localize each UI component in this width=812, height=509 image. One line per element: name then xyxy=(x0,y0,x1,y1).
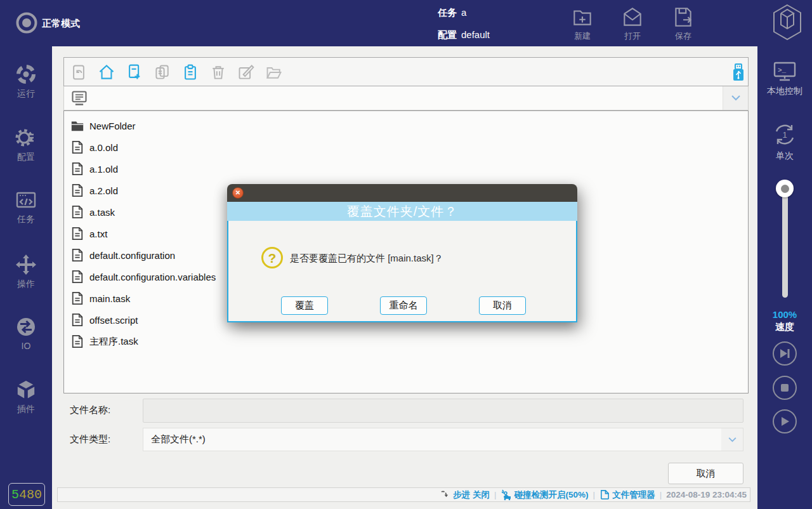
file-name: offset.script xyxy=(89,315,138,326)
file-name: a.2.old xyxy=(89,185,118,196)
file-name: default.configuration xyxy=(89,250,175,261)
file-manager-cancel-button[interactable]: 取消 xyxy=(668,463,743,484)
new-folder-plus-icon xyxy=(557,5,608,29)
brand-logo-icon xyxy=(771,3,803,41)
file-manager-icon xyxy=(599,489,610,500)
open-folder-button[interactable] xyxy=(265,63,284,82)
run-icon xyxy=(0,63,52,86)
sidebar-item-config[interactable]: 配置 xyxy=(0,126,52,163)
paste-button[interactable] xyxy=(181,63,200,82)
app-root: 正常模式 任务 a 配置 default 新建 打开 保存 xyxy=(0,0,812,509)
step-forward-button[interactable] xyxy=(773,341,797,366)
open-icon xyxy=(607,5,658,29)
file-icon xyxy=(70,313,84,327)
config-value: default xyxy=(461,29,490,40)
speed-slider-knob[interactable] xyxy=(776,180,794,197)
rename-button[interactable]: 重命名 xyxy=(380,296,427,315)
rename-button[interactable] xyxy=(237,63,256,82)
open-button[interactable]: 打开 xyxy=(607,4,658,42)
file-name: a.1.old xyxy=(89,164,118,175)
file-icon xyxy=(70,227,84,241)
gear-icon xyxy=(0,126,52,149)
file-icon xyxy=(70,140,84,154)
device-list-icon[interactable] xyxy=(70,89,88,107)
filename-input[interactable] xyxy=(143,399,743,423)
counter-rest: 480 xyxy=(19,487,42,502)
folder-icon xyxy=(70,119,84,133)
filename-label: 文件名称: xyxy=(70,404,110,416)
location-dropdown-button[interactable] xyxy=(723,86,748,110)
file-name: a.0.old xyxy=(89,142,118,153)
save-button[interactable]: 保存 xyxy=(658,4,709,42)
file-icon xyxy=(70,205,84,219)
file-icon xyxy=(70,270,84,284)
file-name: 主程序.task xyxy=(89,336,138,348)
new-button[interactable]: 新建 xyxy=(557,4,608,42)
filetype-value: 全部文件(*.*) xyxy=(143,433,206,446)
top-bar: 正常模式 任务 a 配置 default 新建 打开 保存 xyxy=(0,0,812,46)
new-file-button[interactable] xyxy=(125,63,144,82)
counter-prefix: 5 xyxy=(11,487,19,502)
list-item[interactable]: a.0.old xyxy=(64,136,748,158)
dialog-body: ? 是否要覆盖已有的文件 [main.task]？ 覆盖 重命名 取消 xyxy=(227,221,577,322)
sidebar-item-task[interactable]: 任务 xyxy=(0,188,52,225)
filetype-label: 文件类型: xyxy=(70,433,110,446)
file-name: a.task xyxy=(89,207,115,218)
mode-label: 正常模式 xyxy=(42,18,80,30)
file-name: NewFolder xyxy=(89,121,136,131)
open-label: 打开 xyxy=(607,30,658,42)
sidebar-item-io[interactable]: IO xyxy=(0,315,52,351)
dialog-message: 是否要覆盖已有的文件 [main.task]？ xyxy=(290,253,443,265)
play-button[interactable] xyxy=(773,409,797,433)
status-counter[interactable]: 5480 xyxy=(8,483,45,506)
home-button[interactable] xyxy=(97,63,116,82)
clock-timestamp: 2024-08-19 23:04:45 xyxy=(666,490,747,499)
move-arrows-icon xyxy=(0,253,52,276)
overwrite-button[interactable]: 覆盖 xyxy=(281,296,328,315)
file-manager-status: 文件管理器 xyxy=(599,489,655,501)
mode-status-icon xyxy=(15,11,38,34)
code-window-icon xyxy=(0,188,52,211)
close-icon[interactable]: ✕ xyxy=(232,187,244,199)
cancel-button[interactable]: 取消 xyxy=(479,296,526,315)
delete-button[interactable] xyxy=(209,63,228,82)
copy-button[interactable] xyxy=(153,63,172,82)
dialog-titlebar: ✕ xyxy=(227,184,577,202)
sidebar-item-local-control[interactable]: >_ 本地控制 xyxy=(757,59,812,97)
svg-text:>_: >_ xyxy=(778,67,787,74)
sidebar-item-run[interactable]: 运行 xyxy=(0,63,52,100)
file-name: main.task xyxy=(89,293,130,304)
speed-percent: 100% xyxy=(757,309,812,320)
separator: | xyxy=(494,490,497,499)
file-name: default.configuration.variables xyxy=(89,272,216,282)
new-label: 新建 xyxy=(557,30,608,42)
single-cycle-icon: 1 xyxy=(757,121,812,148)
operate-label: 操作 xyxy=(0,279,52,290)
file-icon xyxy=(70,291,84,305)
single-run-label: 单次 xyxy=(757,150,812,162)
back-button[interactable] xyxy=(69,63,88,82)
collision-status: 碰撞检测开启(50%) xyxy=(501,489,589,501)
filetype-select[interactable]: 全部文件(*.*) xyxy=(143,428,743,451)
stop-button[interactable] xyxy=(773,376,797,400)
save-label: 保存 xyxy=(658,30,709,42)
list-item[interactable]: a.1.old xyxy=(64,158,748,180)
sidebar-item-single-run[interactable]: 1 单次 xyxy=(757,121,812,162)
file-icon xyxy=(70,183,84,197)
usb-device-icon[interactable] xyxy=(729,63,748,82)
filetype-chevron-down-icon[interactable] xyxy=(721,428,743,451)
collision-robot-icon xyxy=(501,489,513,501)
plugin-label: 插件 xyxy=(0,404,52,415)
config-label: 配置 xyxy=(0,152,52,163)
file-toolbar xyxy=(63,57,749,86)
sidebar-item-operate[interactable]: 操作 xyxy=(0,253,52,290)
right-sidebar: >_ 本地控制 1 单次 100% 速度 xyxy=(757,46,812,509)
speed-slider-track[interactable] xyxy=(782,187,788,298)
sidebar-item-plugin[interactable]: 插件 xyxy=(0,378,52,415)
separator: | xyxy=(660,490,662,499)
list-item[interactable]: NewFolder xyxy=(64,115,748,136)
list-item[interactable]: 主程序.task xyxy=(64,331,748,352)
save-icon xyxy=(658,5,709,29)
cube-icon xyxy=(0,378,52,401)
step-arrow-icon xyxy=(440,489,451,500)
